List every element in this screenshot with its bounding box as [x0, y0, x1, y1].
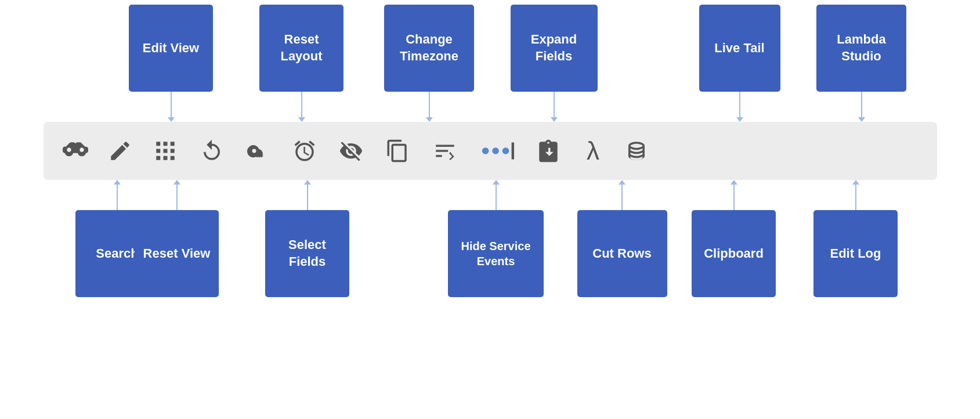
- col-1-bottom: Reset View: [145, 180, 209, 297]
- col-12-bottom: Edit Log: [821, 180, 891, 297]
- live-tail-box[interactable]: Live Tail: [699, 5, 780, 92]
- lambda-studio-arrow-line: [861, 92, 862, 117]
- clipboard-icon[interactable]: [525, 128, 572, 174]
- cut-rows-arrow-head: [619, 180, 625, 185]
- copy-icon[interactable]: [374, 128, 421, 174]
- select-fields-arrow-head: [304, 180, 311, 185]
- select-fields-box[interactable]: Select Fields: [265, 210, 349, 297]
- svg-point-0: [482, 147, 489, 154]
- col-12-top: Lambda Studio: [827, 5, 896, 122]
- reset-layout-box[interactable]: Reset Layout: [259, 5, 343, 92]
- reset-layout-arrow-line: [301, 92, 302, 117]
- toolbar-row: λ: [44, 122, 937, 180]
- col-10-top: Live Tail: [708, 5, 772, 122]
- edit-view-arrow-line: [171, 92, 172, 117]
- pencil-icon[interactable]: [99, 128, 142, 174]
- cut-rows-box[interactable]: Cut Rows: [577, 210, 667, 297]
- hide-service-arrow-head: [493, 180, 500, 185]
- svg-rect-3: [512, 143, 514, 160]
- reset-icon[interactable]: [189, 128, 235, 174]
- col-7-top: Expand Fields: [516, 5, 592, 122]
- expand-fields-box[interactable]: Expand Fields: [511, 5, 598, 92]
- search-arrow-line: [117, 185, 118, 210]
- live-tail-arrow-head: [736, 117, 743, 122]
- search-arrow-head: [114, 180, 121, 185]
- edit-log-arrow-line: [855, 185, 856, 210]
- reset-layout-arrow-head: [298, 117, 305, 122]
- col-10-bottom: Clipboard: [702, 180, 766, 297]
- change-timezone-box[interactable]: Change Timezone: [384, 5, 474, 92]
- clipboard-arrow-line: [733, 185, 735, 210]
- cut-rows-arrow-line: [621, 185, 623, 210]
- change-timezone-arrow-line: [429, 92, 430, 117]
- clipboard-box[interactable]: Clipboard: [692, 210, 776, 297]
- top-labels-row: Edit View Reset Layout Change Timezone: [84, 0, 896, 122]
- clock-icon[interactable]: [281, 128, 328, 174]
- col-6-bottom: Hide Service Events: [470, 180, 522, 297]
- expand-fields-arrow-line: [554, 92, 555, 117]
- edit-view-arrow-head: [168, 117, 175, 122]
- binoculars-icon[interactable]: [52, 128, 99, 174]
- col-1-top: Edit View: [139, 5, 203, 122]
- lambda-icon[interactable]: λ: [572, 128, 615, 174]
- col-5-top: Change Timezone: [395, 5, 464, 122]
- lambda-studio-arrow-head: [858, 117, 865, 122]
- reset-view-box[interactable]: Reset View: [135, 210, 219, 297]
- bottom-labels-row: Search Reset View Select Fields: [90, 180, 891, 302]
- col-3-top: Reset Layout: [267, 5, 337, 122]
- select-fields-arrow-line: [307, 185, 308, 210]
- reset-view-arrow-line: [176, 185, 178, 210]
- diagram-container: Edit View Reset Layout Change Timezone: [0, 0, 980, 419]
- clipboard-arrow-head: [731, 180, 737, 185]
- reset-view-arrow-head: [173, 180, 180, 185]
- cut-rows-icon[interactable]: [421, 128, 470, 174]
- live-tail-arrow-line: [739, 92, 740, 117]
- lambda-studio-box[interactable]: Lambda Studio: [816, 5, 906, 92]
- database-icon[interactable]: [615, 128, 659, 174]
- edit-log-arrow-head: [852, 180, 859, 185]
- expand-fields-arrow-head: [551, 117, 558, 122]
- col-3-bottom: Select Fields: [273, 180, 342, 297]
- svg-point-1: [492, 147, 499, 154]
- edit-log-box[interactable]: Edit Log: [813, 210, 898, 297]
- change-timezone-arrow-head: [426, 117, 433, 122]
- grid-icon[interactable]: [142, 128, 189, 174]
- hide-service-events-box[interactable]: Hide Service Events: [448, 210, 544, 297]
- svg-point-2: [502, 147, 509, 154]
- key-icon[interactable]: [235, 128, 281, 174]
- edit-view-box[interactable]: Edit View: [129, 5, 213, 92]
- eye-off-icon[interactable]: [328, 128, 374, 174]
- col-8-bottom: Cut Rows: [598, 180, 647, 297]
- hide-service-arrow-line: [496, 185, 497, 210]
- live-tail-icon[interactable]: [470, 128, 525, 174]
